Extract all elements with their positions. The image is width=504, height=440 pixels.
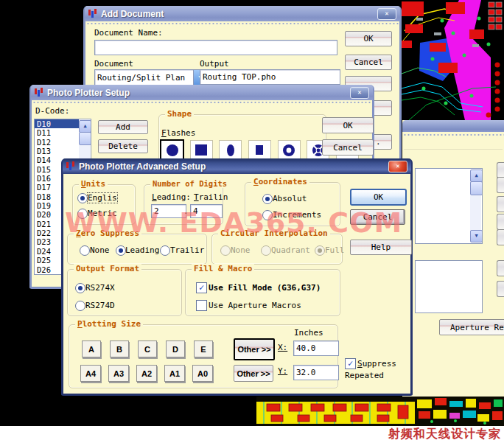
use-aperture-macros-checkbox[interactable] (196, 300, 207, 311)
partial-button[interactable] (497, 196, 504, 212)
plotter-setup-titlebar[interactable]: Photo Plotter Setup ✕ (31, 85, 373, 100)
flash-shape-donut[interactable] (278, 140, 301, 161)
size-a4-button[interactable]: A4 (80, 365, 101, 382)
y-label: Y: (278, 366, 287, 376)
document-label: Document (94, 59, 133, 69)
dcode-item[interactable]: D11 (35, 128, 79, 137)
ok-button[interactable]: OK (322, 117, 374, 133)
zero-suppress-none-radio[interactable] (80, 245, 90, 256)
size-a0-button[interactable]: A0 (192, 365, 213, 382)
units-metric-radio[interactable] (77, 209, 88, 219)
flash-shape-square[interactable] (190, 140, 213, 161)
rs274x-label[interactable]: RS274X (85, 283, 115, 293)
y-size-input[interactable]: 32.0 (293, 365, 339, 380)
desktop: ▲ ▼ Aperture Rep (0, 0, 504, 440)
add-button[interactable]: Add (98, 120, 148, 134)
document-type-dropdown[interactable]: Routing/Split Plan ▼ (94, 69, 207, 85)
scroll-thumb[interactable] (470, 181, 483, 195)
rs274x-radio[interactable] (75, 283, 85, 293)
interpolation-none-label: None (231, 245, 251, 255)
partial-button[interactable] (497, 260, 504, 276)
suppress-repeated-checkbox[interactable]: ✓ (345, 358, 356, 369)
other-size-bottom-button[interactable]: Other >> (234, 365, 273, 382)
zero-suppress-leading-radio[interactable] (116, 245, 126, 256)
dcode-item[interactable]: D13 (35, 147, 79, 156)
cancel-button[interactable]: Cancel (350, 209, 405, 225)
document-name-input[interactable] (94, 40, 337, 55)
size-a1-button[interactable]: A1 (164, 365, 185, 382)
scroll-down-icon: ▼ (475, 234, 477, 239)
flash-shape-oval[interactable] (219, 140, 242, 161)
add-document-titlebar[interactable]: Add Document ✕ (85, 6, 400, 21)
units-group-label: Units (79, 179, 108, 189)
output-file-input[interactable]: Routing TOP.pho (200, 69, 340, 85)
ok-button[interactable]: OK (345, 31, 392, 46)
partial-button[interactable] (497, 281, 504, 297)
flash-shape-circle[interactable] (161, 140, 183, 161)
trailing-digits-input[interactable]: 4 (190, 204, 223, 218)
plotting-size-group-label: Plotting Size (75, 319, 143, 329)
rs274d-label[interactable]: RS274D (85, 301, 115, 310)
partial-button[interactable] (497, 229, 504, 245)
coordinates-absolute-radio[interactable] (262, 194, 273, 204)
scroll-up-icon: ▲ (475, 173, 477, 178)
leading-digits-input[interactable]: 2 (151, 204, 186, 218)
size-a-button[interactable]: A (82, 341, 101, 357)
coordinates-incremental-radio[interactable] (262, 210, 273, 220)
flash-shape-small-square[interactable] (248, 140, 271, 161)
partial-button[interactable] (497, 162, 504, 178)
close-icon[interactable]: ✕ (388, 161, 407, 172)
other-size-top-button[interactable]: Other >> (234, 338, 275, 360)
interpolation-none-radio (220, 245, 231, 256)
units-english-label[interactable]: Englis (88, 193, 117, 203)
zero-suppress-leading-label[interactable]: Leading (125, 245, 159, 255)
size-e-button[interactable]: E (194, 341, 213, 357)
zero-suppress-trailing-label[interactable]: Trailir (170, 245, 204, 255)
scroll-up-button[interactable]: ▲ (470, 170, 483, 182)
zero-suppress-trailing-radio[interactable] (160, 245, 170, 256)
zero-suppress-group-label: Zero Suppress (74, 228, 141, 238)
zero-suppress-none-label[interactable]: None (90, 245, 110, 255)
pcb-artwork-top (402, 0, 504, 120)
close-icon[interactable]: ✕ (377, 8, 396, 20)
coordinates-absolute-label[interactable]: Absolut (273, 194, 307, 203)
use-aperture-macros-label[interactable]: Use Aperture Macros (209, 301, 301, 310)
rs274d-radio[interactable] (75, 301, 85, 311)
delete-button[interactable]: Delete (98, 139, 148, 153)
help-button[interactable]: Help (350, 240, 412, 255)
coordinates-incremental-label[interactable]: Increments (273, 210, 321, 220)
output-label: Output (200, 59, 229, 69)
pcb-artwork-bottom-svg (256, 397, 504, 426)
size-b-button[interactable]: B (110, 341, 129, 357)
dialog-title: Photo Plotter Advanced Setup (79, 161, 206, 172)
size-a2-button[interactable]: A2 (136, 365, 157, 382)
coordinates-group-label: Coordinates (251, 177, 309, 186)
cancel-button[interactable]: Cancel (345, 55, 392, 70)
x-size-input[interactable]: 40.0 (293, 341, 339, 356)
flashes-label: Flashes (161, 128, 195, 138)
background-dialog-panel: ▲ ▼ Aperture Rep (402, 120, 504, 398)
partial-button[interactable] (497, 177, 504, 193)
size-c-button[interactable]: C (138, 341, 157, 357)
scroll-down-button[interactable]: ▼ (470, 230, 483, 242)
panel-list-box[interactable]: ▲ ▼ (415, 168, 483, 244)
panel-list-box-2[interactable] (415, 260, 483, 313)
ok-button[interactable]: OK (350, 189, 407, 206)
cancel-button[interactable]: Cancel (322, 139, 374, 156)
partial-button[interactable] (497, 214, 504, 230)
scroll-thumb[interactable] (79, 132, 91, 145)
units-english-radio[interactable] (77, 193, 88, 203)
close-icon[interactable]: ✕ (350, 87, 369, 99)
photo-plotter-advanced-setup-dialog: Photo Plotter Advanced Setup ✕ Units Eng… (61, 158, 413, 396)
aperture-report-button[interactable]: Aperture Rep (439, 319, 504, 335)
use-fill-mode-checkbox[interactable]: ✓ (196, 282, 207, 293)
size-d-button[interactable]: D (166, 341, 185, 357)
advanced-setup-titlebar[interactable]: Photo Plotter Advanced Setup ✕ (63, 158, 411, 174)
dcode-item[interactable]: D10 (35, 119, 79, 128)
scroll-up-button[interactable]: ▲ (79, 120, 91, 133)
dcode-item[interactable]: D12 (35, 138, 79, 147)
use-fill-mode-label[interactable]: Use Fill Mode (G36,G37) (209, 283, 321, 293)
size-a3-button[interactable]: A3 (108, 365, 129, 382)
units-metric-label[interactable]: Metric (88, 209, 117, 218)
panel-scrollbar[interactable]: ▲ ▼ (470, 170, 481, 242)
